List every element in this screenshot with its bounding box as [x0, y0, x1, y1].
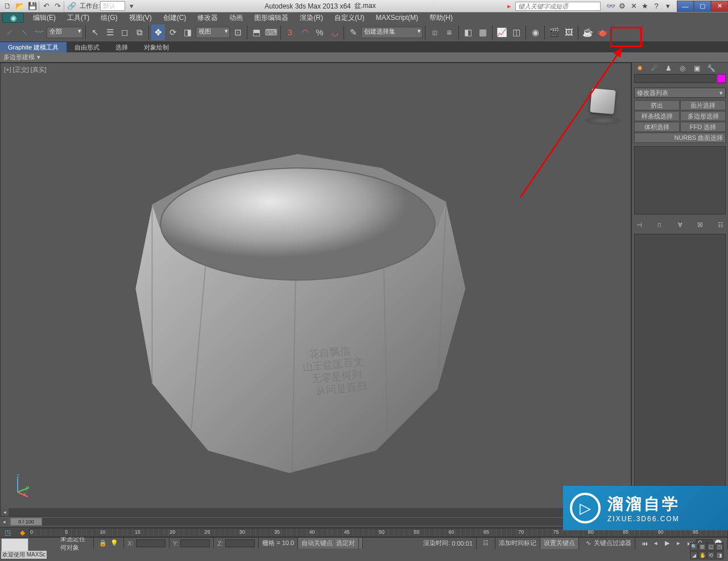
save-file-icon[interactable]: 💾: [26, 1, 39, 11]
modifier-list-dropdown[interactable]: 修改器列表▾: [634, 88, 726, 98]
tab-motion-icon[interactable]: ◎: [676, 64, 689, 73]
mod-btn-volsel[interactable]: 体积选择: [634, 122, 680, 132]
add-time-marker[interactable]: 添加时间标记: [495, 538, 540, 549]
layer-manager-icon[interactable]: ◧: [461, 24, 475, 40]
setkey-button[interactable]: 设置关键点: [544, 539, 575, 547]
render-setup-icon[interactable]: 🎬: [547, 24, 561, 40]
fov-icon[interactable]: ◢: [690, 551, 698, 559]
window-crossing-icon[interactable]: ⧉: [133, 24, 146, 40]
unlink-icon[interactable]: ⟍: [17, 24, 31, 40]
mirror-icon[interactable]: ⎅: [428, 24, 441, 40]
key-filter-button[interactable]: 关键点过滤器: [594, 539, 631, 547]
menu-help[interactable]: 帮助(H): [424, 13, 458, 23]
object-color-swatch[interactable]: [717, 74, 726, 83]
mod-btn-splinesel[interactable]: 样条线选择: [634, 111, 680, 121]
select-manipulate-icon[interactable]: ⬒: [250, 24, 263, 40]
app-menu-button[interactable]: ◉: [2, 13, 24, 23]
stack-show-icon[interactable]: ⎍: [655, 220, 665, 229]
ribbon-tab-selection[interactable]: 选择: [107, 42, 136, 52]
curve-editor-icon[interactable]: 📈: [495, 24, 508, 40]
select-object-icon[interactable]: ↖: [88, 24, 102, 40]
open-file-icon[interactable]: 📂: [14, 1, 26, 11]
redo-icon[interactable]: ↷: [51, 1, 64, 11]
scale-icon[interactable]: ◨: [181, 24, 195, 40]
menu-graph-editors[interactable]: 图形编辑器: [249, 13, 294, 23]
exchange-icon[interactable]: ✕: [629, 2, 638, 11]
mod-btn-nurbs[interactable]: NURBS 曲面选择: [634, 133, 726, 143]
autokey-button[interactable]: 自动关键点: [301, 539, 333, 547]
menu-create[interactable]: 创建(C): [158, 13, 192, 23]
stack-pin-icon[interactable]: ⊣: [634, 220, 644, 229]
viewport-label[interactable]: [+] [正交] [真实]: [4, 65, 47, 74]
viewcube[interactable]: [583, 86, 623, 126]
workspace-arrow-icon[interactable]: ▾: [125, 1, 138, 11]
mod-btn-polysel[interactable]: 多边形选择: [680, 111, 726, 121]
tab-display-icon[interactable]: ▣: [690, 64, 703, 73]
rendered-frame-icon[interactable]: 🖼: [562, 24, 576, 40]
time-prev-icon[interactable]: ◂: [0, 518, 8, 526]
selection-filter-dropdown[interactable]: 全部: [47, 27, 83, 38]
undo-icon[interactable]: ↶: [39, 1, 51, 11]
favorite-icon[interactable]: ★: [640, 2, 650, 11]
select-region-rect-icon[interactable]: ◻: [118, 24, 131, 40]
tab-hierarchy-icon[interactable]: ♟: [662, 64, 675, 73]
stack-remove-icon[interactable]: ☒: [695, 220, 705, 229]
rotate-icon[interactable]: ⟳: [166, 24, 180, 40]
tab-create-icon[interactable]: ✹: [634, 64, 646, 73]
new-file-icon[interactable]: 🗋: [1, 1, 14, 11]
trackbar-open-icon[interactable]: ◳: [0, 528, 15, 537]
menu-tools[interactable]: 工具(T): [61, 13, 95, 23]
viewport[interactable]: [+] [正交] [真实]: [0, 63, 631, 517]
scroll-left-icon[interactable]: ◂: [1, 508, 9, 516]
maximize-viewport-icon[interactable]: ◨: [715, 551, 723, 559]
y-input[interactable]: [180, 539, 210, 547]
spinner-snap-icon[interactable]: ◡: [328, 24, 341, 40]
ribbon-tab-graphite[interactable]: Graphite 建模工具: [0, 42, 67, 52]
stack-unique-icon[interactable]: ∀: [675, 220, 685, 229]
zoom-extents-icon[interactable]: ◱: [707, 543, 715, 551]
time-handle[interactable]: 0 / 100: [10, 518, 42, 526]
render-iterative-icon[interactable]: 🫖: [595, 24, 609, 40]
ribbon-sub-panel[interactable]: 多边形建模: [0, 52, 728, 63]
zoom-extents-all-icon[interactable]: ◳: [715, 543, 723, 551]
menu-views[interactable]: 视图(V): [123, 13, 158, 23]
tab-modify-icon[interactable]: ☄: [648, 64, 660, 73]
pivot-center-icon[interactable]: ⊡: [231, 24, 245, 40]
tab-utilities-icon[interactable]: 🔧: [705, 64, 717, 73]
next-frame-icon[interactable]: ▸: [673, 539, 684, 548]
viewport-scrollbar[interactable]: ◂ ▸: [1, 508, 631, 516]
minimize-button[interactable]: —: [677, 1, 694, 12]
angle-snap-icon[interactable]: ◠: [298, 24, 312, 40]
ribbon-tab-paint[interactable]: 对象绘制: [136, 42, 177, 52]
x-input[interactable]: [136, 539, 166, 547]
search-arrow-icon[interactable]: ▸: [503, 1, 515, 11]
menu-customize[interactable]: 自定义(U): [329, 13, 370, 23]
link-project-icon[interactable]: 🔗: [64, 1, 76, 11]
snap-3d-icon[interactable]: 3: [283, 24, 297, 40]
script-listener-icon[interactable]: ☷: [481, 539, 491, 548]
mod-btn-facesel[interactable]: 面片选择: [680, 100, 726, 110]
binoculars-icon[interactable]: 👓: [606, 2, 615, 11]
menu-maxscript[interactable]: MAXScript(M): [370, 14, 424, 22]
mod-btn-ffdsel[interactable]: FFD 选择: [680, 122, 726, 132]
selection-set-dropdown[interactable]: 创建选择集: [361, 27, 423, 38]
mod-btn-extrude[interactable]: 挤出: [634, 100, 680, 110]
selset-label[interactable]: 选定对: [333, 538, 359, 548]
object-name-input[interactable]: [634, 74, 715, 83]
material-editor-icon[interactable]: ◉: [528, 24, 542, 40]
schematic-view-icon[interactable]: ◫: [510, 24, 523, 40]
trackbar-filter-icon[interactable]: ◆: [15, 528, 30, 537]
pan-icon[interactable]: ✋: [698, 551, 706, 559]
panel-rollout-area[interactable]: [634, 234, 726, 514]
help-icon[interactable]: ?: [652, 2, 661, 11]
keyboard-shortcut-icon[interactable]: ⌨: [264, 24, 278, 40]
dropdown-icon[interactable]: ▾: [663, 2, 672, 11]
percent-snap-icon[interactable]: %: [313, 24, 326, 40]
menu-rendering[interactable]: 渲染(R): [294, 13, 329, 23]
key-mode-icon[interactable]: ∿: [583, 539, 593, 548]
menu-edit[interactable]: 编辑(E): [27, 13, 61, 23]
zoom-icon[interactable]: 🔍: [690, 543, 698, 551]
align-icon[interactable]: ≡: [442, 24, 456, 40]
ref-coord-dropdown[interactable]: 视图: [196, 27, 230, 38]
modifier-stack[interactable]: [634, 146, 726, 214]
